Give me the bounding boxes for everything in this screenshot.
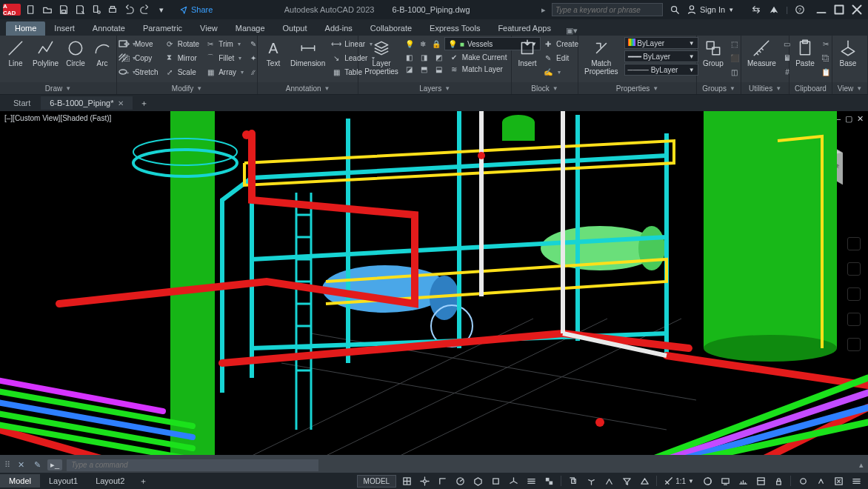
hardware-accel-icon[interactable]	[813, 474, 828, 488]
tab-view[interactable]: View	[191, 21, 227, 36]
layer-uniso-icon[interactable]: ◨	[419, 52, 430, 62]
layer-walk-icon[interactable]: ◪	[404, 64, 415, 74]
filetab-doc[interactable]: 6-B-1000_Piping*✕	[41, 96, 133, 110]
layer-iso-icon[interactable]: ◧	[404, 52, 415, 62]
cmd-handle-icon[interactable]: ⠿	[4, 460, 10, 470]
copy-button[interactable]: ⿻Copy	[121, 53, 158, 63]
cmd-prompt-icon[interactable]: ▸_	[47, 459, 62, 470]
drawing-area[interactable]: [–][Custom View][Shaded (Fast)] – ▢ ✕ FR…	[0, 111, 868, 456]
tab-layout1[interactable]: Layout1	[40, 474, 87, 488]
insert-button[interactable]: Insert	[516, 37, 538, 67]
layer-merge-icon[interactable]: ⬒	[419, 64, 430, 74]
web-mobile-icon[interactable]	[90, 4, 102, 16]
explode-button[interactable]: ✦	[248, 53, 258, 63]
3dosnap-icon[interactable]	[506, 474, 521, 488]
tab-parametric[interactable]: Parametric	[134, 21, 191, 36]
saveas-icon[interactable]	[74, 4, 86, 16]
lock-ui-icon[interactable]	[771, 474, 786, 488]
isolate-objects-icon[interactable]	[795, 474, 810, 488]
layer-del-icon[interactable]: ⬓	[434, 64, 444, 74]
annotation-monitor-icon[interactable]	[718, 474, 732, 488]
cmd-expand-icon[interactable]: ▴	[859, 460, 864, 470]
open-icon[interactable]	[41, 4, 53, 16]
grid-icon[interactable]	[399, 474, 414, 488]
cmd-recent-icon[interactable]: ✎	[31, 459, 43, 471]
tab-insert[interactable]: Insert	[45, 21, 84, 36]
osnap-icon[interactable]	[488, 474, 503, 488]
layer-prev-icon[interactable]: ◩	[434, 52, 444, 62]
cut-icon[interactable]: ✂	[821, 39, 831, 49]
move-button[interactable]: ✥Move	[121, 39, 158, 49]
modelspace-toggle[interactable]: MODEL	[357, 475, 397, 488]
mirror-button[interactable]: ⧗Mirror	[164, 53, 199, 63]
undo-icon[interactable]	[123, 4, 135, 16]
dimension-button[interactable]: Dimension	[289, 37, 327, 67]
share-link[interactable]: Share	[179, 5, 213, 14]
transparency-icon[interactable]	[541, 474, 556, 488]
app-badge[interactable]: A CAD	[3, 4, 21, 16]
edit-attr-button[interactable]: ✍▾	[543, 67, 578, 77]
redo-icon[interactable]	[139, 4, 151, 16]
gizmo-icon[interactable]	[584, 474, 598, 488]
ungroup-icon[interactable]: ⬚	[730, 39, 740, 49]
save-icon[interactable]	[58, 4, 70, 16]
tab-home[interactable]: Home	[6, 21, 45, 36]
tab-addins[interactable]: Add-ins	[316, 21, 361, 36]
circle-button[interactable]: Circle	[64, 37, 87, 67]
plot-icon[interactable]	[107, 4, 118, 16]
lineweight-combo[interactable]: ━━━ ByLayer▼	[624, 50, 698, 62]
make-current-button[interactable]: ✔Make Current	[449, 52, 507, 62]
tab-featuredapps[interactable]: Featured Apps	[489, 21, 560, 36]
polyline-button[interactable]: Polyline	[31, 37, 60, 67]
offset-button[interactable]: ⫽	[248, 67, 258, 77]
filetab-start[interactable]: Start	[4, 96, 39, 110]
filetab-close-icon[interactable]: ✕	[118, 99, 124, 107]
rotate-button[interactable]: ⟳Rotate	[164, 39, 199, 49]
measure-button[interactable]: Measure	[746, 37, 778, 67]
qat-dropdown-icon[interactable]: ▾	[156, 4, 167, 16]
minimize-icon[interactable]	[813, 4, 829, 16]
paste-button[interactable]: Paste	[794, 37, 816, 67]
create-block-button[interactable]: ✚Create	[543, 39, 578, 49]
clean-screen-icon[interactable]	[831, 474, 846, 488]
workspace-icon[interactable]	[700, 474, 715, 488]
erase-button[interactable]: ✎	[248, 39, 258, 49]
search-input[interactable]	[552, 3, 663, 16]
lwdisplay-icon[interactable]	[524, 474, 538, 488]
selection-filter-icon[interactable]	[619, 474, 634, 488]
arc-button[interactable]: Arc	[91, 37, 113, 67]
customize-status-icon[interactable]	[849, 474, 864, 488]
tab-output[interactable]: Output	[274, 21, 316, 36]
exchange-icon[interactable]	[750, 4, 762, 16]
tab-layout2[interactable]: Layout2	[87, 474, 133, 488]
trim-button[interactable]: ✂Trim▾	[205, 39, 244, 49]
signin-button[interactable]: Sign In▼	[687, 4, 734, 15]
stretch-button[interactable]: ↔Stretch	[121, 67, 158, 77]
group-button[interactable]: Group	[701, 37, 725, 67]
text-button[interactable]: AText	[262, 37, 284, 67]
base-view-button[interactable]: Base	[837, 37, 859, 67]
dynamic-ucs-icon[interactable]	[601, 474, 616, 488]
new-icon[interactable]	[25, 4, 37, 16]
units-icon[interactable]	[735, 474, 750, 488]
tab-annotate[interactable]: Annotate	[84, 21, 134, 36]
polar-icon[interactable]	[453, 474, 467, 488]
group-sel-icon[interactable]: ◫	[730, 67, 740, 77]
tab-model[interactable]: Model	[0, 474, 40, 488]
line-button[interactable]: Line	[4, 37, 27, 67]
annotation-visibility-icon[interactable]	[637, 474, 652, 488]
command-input[interactable]	[67, 459, 318, 471]
layer-properties-button[interactable]: Layer Properties	[363, 37, 400, 76]
autodesk-app-icon[interactable]	[768, 4, 780, 16]
quick-properties-icon[interactable]	[753, 474, 768, 488]
paste-special-icon[interactable]: 📋	[821, 67, 831, 77]
snap-icon[interactable]	[417, 474, 432, 488]
layer-lock-icon[interactable]: 🔒	[431, 39, 441, 49]
ribbon-launch-icon[interactable]: ▣▾	[566, 26, 578, 36]
layer-off-icon[interactable]: 💡	[404, 39, 415, 49]
help-icon[interactable]: ?	[794, 4, 806, 16]
isodraft-icon[interactable]	[470, 474, 485, 488]
copy-clip-icon[interactable]: ⿻	[821, 53, 831, 63]
edit-block-button[interactable]: ✎Edit	[543, 53, 578, 63]
ortho-icon[interactable]	[435, 474, 450, 488]
